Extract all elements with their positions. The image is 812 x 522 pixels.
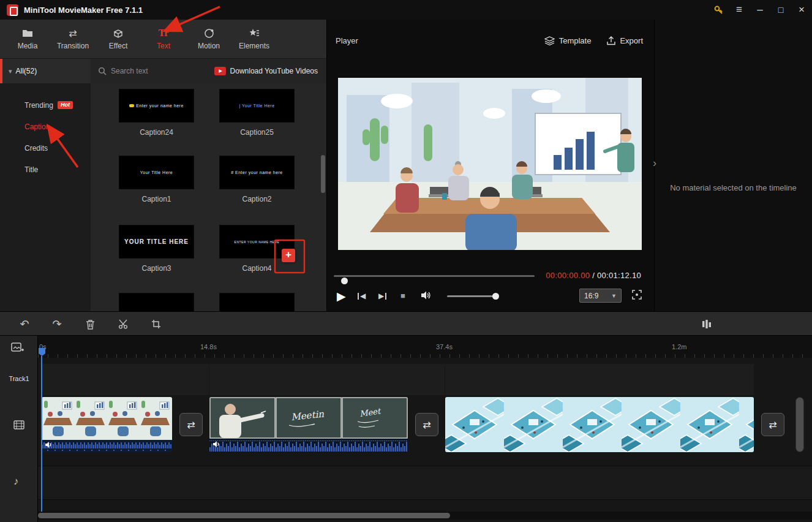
volume-slider[interactable] xyxy=(447,295,498,297)
template-thumbnail[interactable]: YOUR TITLE HERE xyxy=(119,225,194,259)
undo-button[interactable]: ↶ xyxy=(17,317,32,331)
minimize-button[interactable]: – xyxy=(750,0,770,20)
menu-icon[interactable]: ≡ xyxy=(729,0,750,20)
template-caption2[interactable]: # Enter your name here Caption2 xyxy=(219,156,295,203)
template-caption3[interactable]: YOUR TITLE HERE Caption3 xyxy=(119,225,194,273)
volume-icon[interactable] xyxy=(421,290,431,300)
category-credits[interactable]: Credits xyxy=(0,137,91,159)
category-all[interactable]: ▾ All(52) xyxy=(0,59,91,83)
tab-transition[interactable]: ⇄ Transition xyxy=(53,22,93,56)
search-box[interactable] xyxy=(98,67,184,75)
fullscreen-button[interactable] xyxy=(632,290,642,300)
category-title[interactable]: Title xyxy=(0,159,91,180)
license-key-icon[interactable] xyxy=(708,0,729,20)
tab-label: Media xyxy=(18,42,38,50)
player-panel: Player Template Export xyxy=(326,20,654,311)
ruler-ticks xyxy=(38,354,812,358)
template-button[interactable]: Template xyxy=(544,36,592,45)
clip-chalkboard-video[interactable]: Meetin Meet xyxy=(209,397,408,452)
stop-button[interactable]: ■ xyxy=(400,291,405,300)
track-gutter: Track1 ♪ xyxy=(0,336,38,522)
tab-elements[interactable]: Elements xyxy=(234,22,274,56)
timeline-scrollbar-thumb[interactable] xyxy=(38,513,450,518)
template-caption25[interactable]: | Your Title Here Caption25 xyxy=(219,89,295,137)
category-trending[interactable]: Trending Hot xyxy=(0,94,91,116)
template-thumbnail[interactable]: Enter your name here xyxy=(119,89,194,123)
template-partial[interactable] xyxy=(219,293,295,311)
ruler-label: 1.2m xyxy=(672,343,686,350)
transition-button-1[interactable]: ⇄ xyxy=(179,413,203,436)
transition-button-2[interactable]: ⇄ xyxy=(415,413,438,436)
tab-label: Text xyxy=(157,42,170,50)
timeline-horizontal-scrollbar[interactable] xyxy=(38,512,812,520)
time-ruler[interactable]: 0s 14.8s 37.4s 1.2m xyxy=(38,336,812,358)
template-partial[interactable] xyxy=(119,293,194,311)
maximize-button[interactable]: □ xyxy=(770,0,791,20)
library-scrollbar[interactable] xyxy=(321,155,325,193)
timeline-vertical-scrollbar[interactable] xyxy=(795,397,804,452)
current-time: 00:00:00.00 xyxy=(546,271,590,280)
volume-knob[interactable] xyxy=(492,293,499,300)
aspect-ratio-select[interactable]: 16:9 ▼ xyxy=(579,289,622,303)
template-name: Caption24 xyxy=(119,128,194,137)
folder-icon xyxy=(22,28,33,39)
split-button[interactable] xyxy=(116,317,130,331)
hot-badge: Hot xyxy=(58,101,73,109)
tab-label: Motion xyxy=(198,42,220,50)
template-caption1[interactable]: Your Title Here Caption1 xyxy=(119,156,194,203)
property-panel: › No material selected on the timeline xyxy=(654,20,812,311)
search-input[interactable] xyxy=(111,67,184,75)
tab-label: Transition xyxy=(57,42,89,50)
crop-button[interactable] xyxy=(149,317,164,331)
add-caption4-button[interactable]: + xyxy=(282,249,295,262)
bar-icon xyxy=(385,293,386,300)
tab-media[interactable]: Media xyxy=(7,22,48,56)
download-youtube-button[interactable]: Download YouTube Videos xyxy=(214,67,318,75)
category-label: Title xyxy=(24,165,38,174)
transition-button-3[interactable]: ⇄ xyxy=(761,413,784,436)
seek-bar[interactable] xyxy=(334,275,535,277)
template-thumbnail[interactable]: | Your Title Here xyxy=(219,89,295,123)
tab-text[interactable]: Tr Text xyxy=(143,22,184,56)
template-thumbnail[interactable]: # Enter your name here xyxy=(219,156,295,189)
music-track-lane xyxy=(38,466,812,500)
timeline-view-icon[interactable] xyxy=(699,317,714,331)
template-name: Caption3 xyxy=(119,264,194,273)
template-name: Caption4 xyxy=(219,264,295,273)
template-thumbnail[interactable]: Your Title Here xyxy=(119,156,194,189)
clip-isometric-video[interactable] xyxy=(445,397,754,452)
delete-button[interactable] xyxy=(83,317,97,331)
add-to-track-button[interactable] xyxy=(11,342,24,356)
library-header: Download YouTube Videos xyxy=(91,59,326,83)
redo-button[interactable]: ↷ xyxy=(50,317,64,331)
timeline: 0s 14.8s 37.4s 1.2m Track1 ♪ xyxy=(0,336,812,522)
text-template-library: Download YouTube Videos Enter your name … xyxy=(91,59,326,311)
play-button[interactable]: ▶ xyxy=(337,289,346,303)
player-title: Player xyxy=(336,36,358,45)
empty-selection-message: No material selected on the timeline xyxy=(655,183,812,192)
template-caption24[interactable]: Enter your name here Caption24 xyxy=(119,89,194,137)
category-label: Trending xyxy=(24,101,53,110)
category-caption[interactable]: Caption xyxy=(0,116,91,137)
text-track-slot xyxy=(445,364,754,395)
seek-knob[interactable] xyxy=(341,278,348,284)
export-icon xyxy=(607,36,615,45)
motion-icon xyxy=(204,28,214,39)
previous-frame-button[interactable]: ◀ xyxy=(358,292,366,300)
collapse-caret-icon: ▾ xyxy=(9,67,12,75)
bar-icon xyxy=(358,293,359,300)
next-frame-button[interactable]: ▶ xyxy=(378,292,386,300)
music-track-icon: ♪ xyxy=(13,475,19,488)
panel-expand-chevron[interactable]: › xyxy=(653,157,656,170)
clip-meeting-video[interactable] xyxy=(42,397,172,452)
app-window: MiniTool MovieMaker Free 7.1.1 ≡ – □ × M… xyxy=(0,0,812,522)
elements-icon xyxy=(249,28,260,39)
title-bar: MiniTool MovieMaker Free 7.1.1 ≡ – □ × xyxy=(0,0,812,20)
close-button[interactable]: × xyxy=(791,0,812,20)
tab-motion[interactable]: Motion xyxy=(189,22,229,56)
template-layers-icon xyxy=(544,36,555,45)
category-label: Caption xyxy=(24,123,50,131)
export-button[interactable]: Export xyxy=(607,36,643,45)
tab-effect[interactable]: Effect xyxy=(98,22,138,56)
video-track-icon xyxy=(13,420,24,432)
